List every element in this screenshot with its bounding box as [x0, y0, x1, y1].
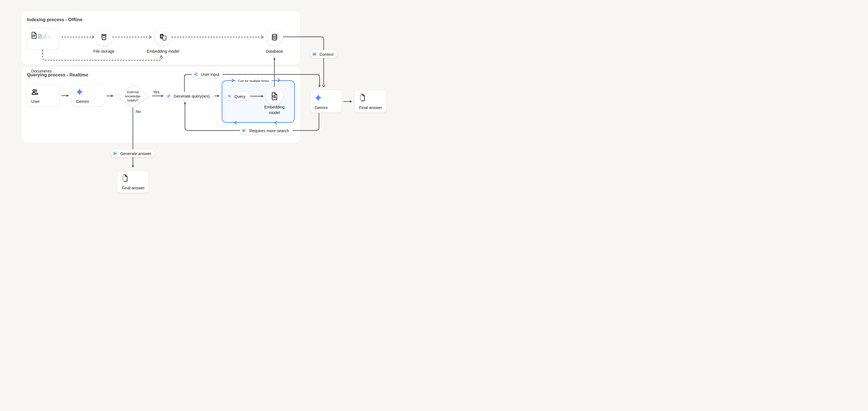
final-answer-icon [359, 94, 366, 101]
file-storage-label: File storage [93, 49, 115, 54]
doc-search-icon [271, 92, 278, 100]
final-answer-icon [121, 174, 128, 182]
context-label: Context [319, 52, 334, 56]
decision-diamond: External knowledge helpful? [116, 85, 150, 108]
embedding-search-label: Embedding model [264, 104, 284, 115]
query-label: Query [234, 94, 245, 98]
database-icon [271, 33, 278, 41]
user-label: User [31, 99, 40, 104]
embedding-icon-numbers: 0,1 [163, 37, 166, 39]
context-icon [312, 51, 317, 57]
final-answer-right-card: Final answer [354, 90, 386, 113]
context-pill: Context [310, 50, 337, 58]
no-label: No [136, 109, 141, 114]
user-card: User [27, 84, 59, 107]
final-answer-bottom-card: Final answer [117, 171, 149, 193]
gemini-icon [314, 94, 322, 102]
rag-architecture-diagram: Indexing process - Offline Querying proc… [0, 0, 434, 206]
gemini-icon [75, 88, 84, 96]
user-input-pill: User input [192, 70, 223, 78]
final-answer-right-label: Final answer [359, 106, 382, 110]
documents-card: Documents [27, 28, 59, 49]
database-label: Database [266, 49, 283, 54]
embedding-model-circle: A 0,1 [155, 29, 171, 46]
gemini-card: Gemini [71, 84, 104, 107]
generate-answer-pill: Generate answer [111, 149, 155, 157]
database-circle [266, 29, 283, 46]
search-icon [226, 93, 232, 99]
embedding-search-circle [266, 88, 283, 105]
file-storage-circle [96, 29, 112, 46]
retrieval-loop-box [222, 80, 295, 123]
send-icon [112, 151, 118, 156]
generate-answer-label: Generate answer [120, 151, 151, 155]
can-be-multiple-times-label: Can be multiple times [238, 79, 269, 83]
send-spark-icon [242, 128, 247, 133]
decision-text: External knowledge helpful? [116, 85, 150, 108]
querying-panel-title: Querying process - Realtime [27, 72, 88, 78]
gemini-right-label: Gemini [315, 106, 328, 110]
requires-more-search-label: Requires more search [249, 128, 289, 133]
generate-queries-label: Generate query(ies) [174, 94, 210, 98]
generate-queries-pill: Generate query(ies) [165, 92, 213, 100]
yes-label: Yes [153, 90, 160, 94]
documents-icon [31, 32, 51, 39]
user-input-label: User input [201, 72, 219, 77]
requires-more-search-pill: Requires more search [240, 126, 293, 135]
user-icon [31, 88, 39, 96]
file-storage-icon [100, 33, 107, 41]
gemini-right-card: Gemini [310, 90, 342, 113]
query-pill: Query [225, 92, 249, 100]
indexing-panel-title: Indexing process - Offline [27, 17, 83, 22]
input-icon [193, 71, 198, 77]
final-answer-bottom-label: Final answer [122, 186, 145, 190]
gemini-label: Gemini [76, 99, 89, 104]
search-spark-icon [166, 93, 172, 99]
embedding-model-icon: A 0,1 [159, 33, 167, 41]
embedding-model-label: Embedding model [147, 49, 179, 54]
can-be-multiple-times-pill: Can be multiple times [236, 78, 272, 84]
